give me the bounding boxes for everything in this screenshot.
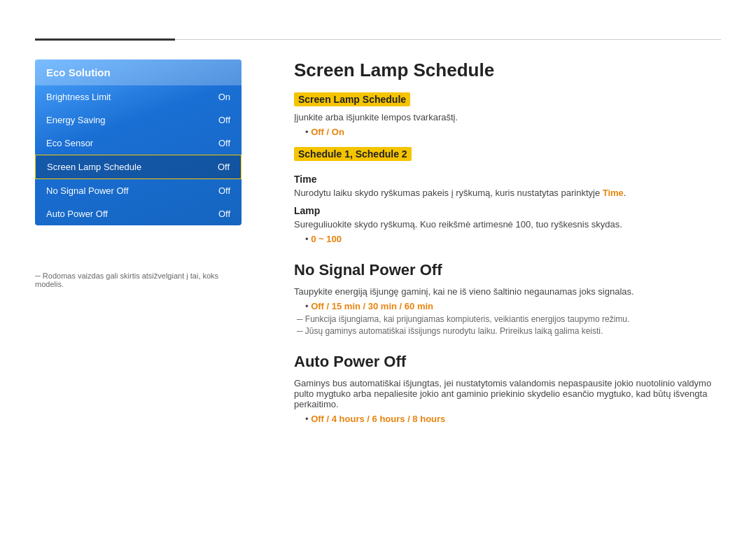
sidebar-item-auto-power[interactable]: Auto Power Off Off <box>35 202 241 225</box>
section1-highlight2: Schedule 1, Schedule 2 <box>294 147 412 161</box>
sidebar-item-no-signal[interactable]: No Signal Power Off Off <box>35 179 241 202</box>
section1-title: Screen Lamp Schedule <box>294 59 721 81</box>
section-auto-power: Auto Power Off Gaminys bus automatiškai … <box>294 353 721 424</box>
sidebar: Eco Solution Brightness Limit On Energy … <box>35 59 241 225</box>
progress-filled <box>35 38 175 41</box>
sidebar-item-value: Off <box>218 162 230 172</box>
sidebar-header: Eco Solution <box>35 59 241 85</box>
sidebar-item-label: Screen Lamp Schedule <box>47 162 141 172</box>
section2-note2: Jūsų gaminys automatiškai išsijungs nuro… <box>297 326 721 336</box>
section3-bullet1-text: Off / 4 hours / 6 hours / 8 hours <box>311 414 445 424</box>
sidebar-item-eco-sensor[interactable]: Eco Sensor Off <box>35 132 241 155</box>
sidebar-item-value: Off <box>218 115 230 125</box>
sidebar-item-value: Off <box>218 138 230 148</box>
main-content: Screen Lamp Schedule Screen Lamp Schedul… <box>294 59 721 513</box>
section1-bullet1: Off / On <box>305 127 721 137</box>
section2-note1: Funkcija išjungiama, kai prijungiamas ko… <box>297 314 721 324</box>
sidebar-item-energy[interactable]: Energy Saving Off <box>35 108 241 132</box>
sidebar-item-label: Auto Power Off <box>46 209 108 219</box>
sidebar-item-label: Eco Sensor <box>46 138 93 148</box>
sidebar-item-value: Off <box>218 185 230 196</box>
section2-bullet1-text: Off / 15 min / 30 min / 60 min <box>311 301 433 311</box>
sidebar-item-brightness[interactable]: Brightness Limit On <box>35 85 241 108</box>
sidebar-item-value: On <box>218 92 230 102</box>
section1-desc1: Įjunkite arba išjunkite lempos tvarkaraš… <box>294 112 721 122</box>
section1-subheading2: Lamp <box>294 205 721 216</box>
section1-bullet2-text: 0 ~ 100 <box>311 234 342 244</box>
section2-title: No Signal Power Off <box>294 261 721 279</box>
sidebar-item-screen-lamp[interactable]: Screen Lamp Schedule Off <box>35 155 241 179</box>
progress-empty <box>175 39 721 40</box>
time-highlight: Time <box>603 188 624 198</box>
sidebar-item-label: Energy Saving <box>46 115 106 125</box>
section3-desc1: Gaminys bus automatiškai išjungtas, jei … <box>294 378 721 409</box>
sidebar-item-label: Brightness Limit <box>46 92 111 102</box>
section3-title: Auto Power Off <box>294 353 721 371</box>
section1-desc3: Sureguliuokite skydo ryškumą. Kuo reikšm… <box>294 219 721 230</box>
section3-bullet1: Off / 4 hours / 6 hours / 8 hours <box>305 414 721 424</box>
section2-desc1: Taupykite energiją išjungę gaminį, kai n… <box>294 286 721 297</box>
section1-highlight1: Screen Lamp Schedule <box>294 92 410 106</box>
footnote: Rodomas vaizdas gali skirtis atsižvelgia… <box>35 272 241 288</box>
section1-bullet2: 0 ~ 100 <box>305 234 721 244</box>
section1-bullet1-text: Off / On <box>311 127 344 137</box>
sidebar-item-label: No Signal Power Off <box>46 185 129 196</box>
section1-subheading1: Time <box>294 174 721 185</box>
section-screen-lamp: Screen Lamp Schedule Screen Lamp Schedul… <box>294 59 721 244</box>
progress-bar <box>35 38 721 40</box>
section2-bullet1: Off / 15 min / 30 min / 60 min <box>305 301 721 311</box>
section-no-signal: No Signal Power Off Taupykite energiją i… <box>294 261 721 336</box>
sidebar-item-value: Off <box>218 209 230 219</box>
section1-desc2: Nurodytu laiku skydo ryškumas pakeis į r… <box>294 188 721 198</box>
